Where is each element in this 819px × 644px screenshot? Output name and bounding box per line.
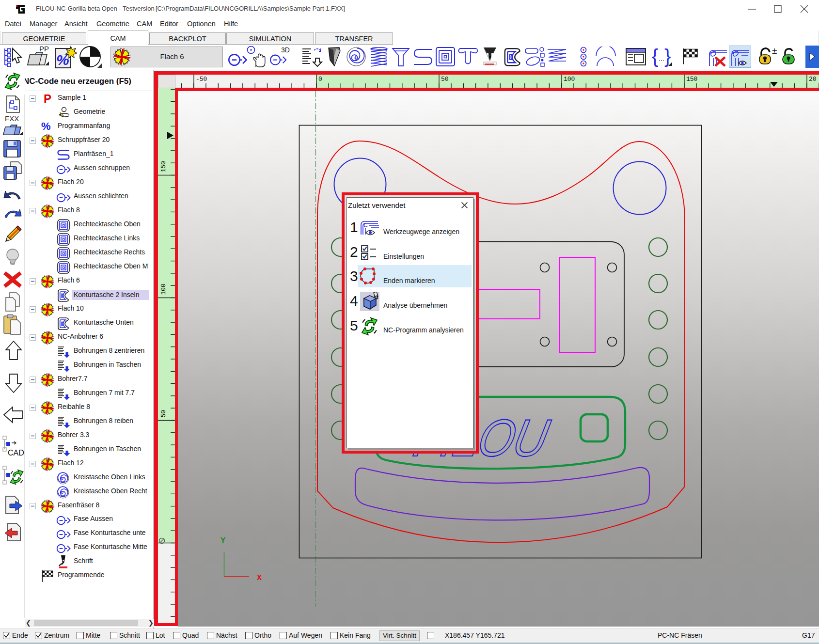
svg-text:0: 0 bbox=[318, 76, 322, 83]
svg-text:50: 50 bbox=[160, 410, 167, 418]
svg-text:...: ... bbox=[659, 55, 664, 63]
svg-text:PP: PP bbox=[39, 46, 49, 53]
svg-text:Y: Y bbox=[220, 536, 226, 545]
svg-text:3D: 3D bbox=[281, 47, 290, 54]
svg-text:150: 150 bbox=[686, 76, 697, 83]
svg-text:100: 100 bbox=[564, 76, 575, 83]
svg-text:}: } bbox=[664, 47, 671, 67]
svg-text:20: 20 bbox=[809, 76, 817, 83]
svg-text:150: 150 bbox=[160, 161, 167, 172]
svg-text:100: 100 bbox=[160, 283, 167, 295]
svg-text:%: % bbox=[56, 52, 69, 68]
svg-text:±: ± bbox=[772, 47, 777, 56]
svg-text:X: X bbox=[257, 573, 262, 582]
svg-text:-50: -50 bbox=[196, 76, 207, 83]
svg-text:50: 50 bbox=[441, 76, 449, 83]
svg-text:{: { bbox=[652, 47, 658, 67]
svg-text:CAD: CAD bbox=[8, 449, 24, 457]
